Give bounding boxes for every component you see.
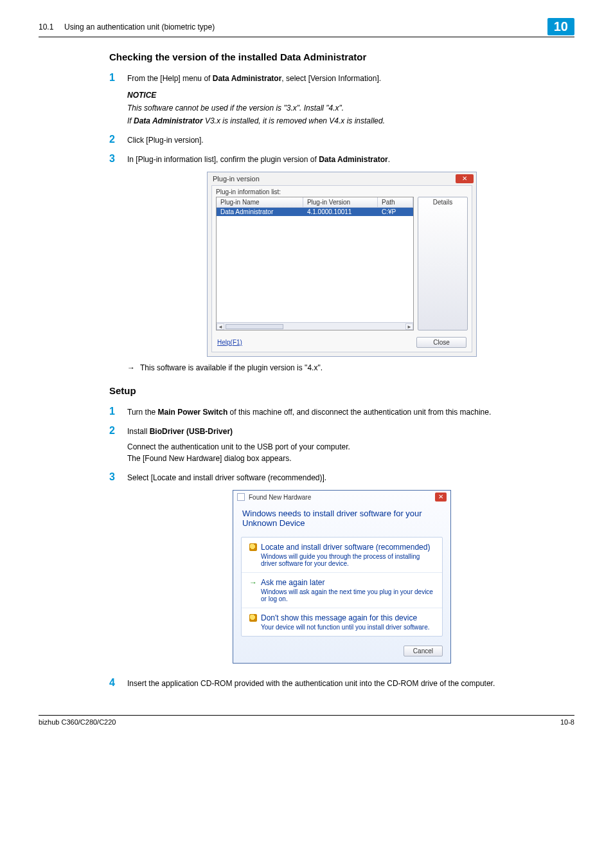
step-number: 3 [109, 152, 127, 165]
scroll-right-icon[interactable]: ► [405, 323, 413, 330]
setup-step-4: 4 Insert the application CD-ROM provided… [109, 676, 574, 689]
dialog-titlebar: Found New Hardware ✕ [233, 491, 450, 503]
close-icon[interactable]: ✕ [456, 174, 474, 183]
check-step-1: 1 From the [Help] menu of Data Administr… [109, 71, 574, 127]
help-link[interactable]: Help(F1) [217, 339, 242, 346]
step-number: 2 [109, 133, 127, 145]
notice-line-1: This software cannot be used if the vers… [127, 102, 385, 114]
plugin-list-pane: Plug-in information list: Plug-in Name P… [211, 185, 472, 352]
close-icon[interactable]: ✕ [435, 493, 447, 502]
step-number: 2 [109, 424, 127, 437]
option-ask-later[interactable]: →Ask me again later Windows will ask aga… [242, 573, 442, 608]
plugin-version-note: → This software is available if the plug… [127, 363, 574, 372]
check-heading: Checking the version of the installed Da… [109, 51, 574, 62]
plugin-version-dialog: Plug-in version ✕ Plug-in information li… [207, 172, 477, 357]
product-name: bizhub C360/C280/C220 [39, 718, 116, 726]
dialog-title: Found New Hardware [249, 494, 311, 501]
page-content: Checking the version of the installed Da… [109, 51, 574, 689]
shield-icon [249, 614, 257, 622]
option-list: Locate and install driver software (reco… [241, 537, 443, 637]
cell-version: 4.1.0000.10011 [303, 208, 377, 217]
cancel-button[interactable]: Cancel [404, 646, 443, 656]
found-new-hardware-figure: Found New Hardware ✕ Windows needs to in… [109, 490, 574, 664]
table-row[interactable]: Data Administrator 4.1.0000.10011 C:¥P [217, 208, 413, 217]
setup-heading: Setup [109, 385, 574, 396]
check-step-3: 3 In [Plug-in information list], confirm… [109, 152, 574, 165]
cell-path: C:¥P [377, 208, 413, 217]
details-button[interactable]: Details [418, 197, 468, 330]
col-path[interactable]: Path [377, 197, 413, 208]
scroll-left-icon[interactable]: ◄ [217, 323, 224, 330]
dialog-titlebar: Plug-in version ✕ [208, 172, 476, 185]
found-new-hardware-dialog: Found New Hardware ✕ Windows needs to in… [233, 490, 451, 664]
note-text: This software is available if the plugin… [140, 363, 323, 372]
step-number: 1 [109, 405, 127, 417]
step-number: 3 [109, 471, 127, 483]
dialog-heading: Windows needs to install driver software… [233, 503, 450, 530]
shield-icon [249, 543, 257, 551]
plugin-list-label: Plug-in information list: [216, 188, 468, 195]
cell-name: Data Administrator [217, 208, 303, 217]
arrow-right-icon: → [127, 363, 135, 372]
arrow-right-icon: → [249, 578, 257, 587]
notice-label: NOTICE [127, 89, 385, 101]
scroll-thumb[interactable] [226, 324, 283, 329]
chapter-badge: 10 [547, 18, 574, 35]
step-text: Insert the application CD-ROM provided w… [127, 676, 495, 689]
dialog-title: Plug-in version [213, 175, 260, 183]
step-text: From the [Help] menu of Data Administrat… [127, 74, 381, 83]
section-number: 10.1 [39, 23, 53, 32]
col-name[interactable]: Plug-in Name [217, 197, 303, 208]
step-number: 1 [109, 71, 127, 84]
horizontal-scrollbar[interactable]: ◄ ► [217, 322, 413, 330]
step-text: Select [Locate and install driver softwa… [127, 471, 326, 484]
setup-step-3: 3 Select [Locate and install driver soft… [109, 471, 574, 484]
plugin-grid: Plug-in Name Plug-in Version Path Data A… [216, 197, 414, 330]
step-text: Click [Plug-in version]. [127, 133, 204, 146]
plugin-version-dialog-figure: Plug-in version ✕ Plug-in information li… [109, 172, 574, 357]
setup-step-1: 1 Turn the Main Power Switch of this mac… [109, 405, 574, 418]
step-text: In [Plug-in information list], confirm t… [127, 152, 390, 165]
check-step-2: 2 Click [Plug-in version]. [109, 133, 574, 146]
notice-line-2: If Data Administrator V3.x is installed,… [127, 115, 385, 127]
option-locate-install[interactable]: Locate and install driver software (reco… [242, 538, 442, 573]
section-ref: 10.1 Using an authentication unit (biome… [39, 23, 215, 32]
section-title: Using an authentication unit (biometric … [64, 23, 215, 32]
option-dont-show[interactable]: Don't show this message again for this d… [242, 608, 442, 636]
col-version[interactable]: Plug-in Version [303, 197, 377, 208]
hardware-icon [237, 493, 245, 501]
page-footer: bizhub C360/C280/C220 10-8 [39, 715, 574, 726]
close-button[interactable]: Close [416, 337, 466, 348]
step-number: 4 [109, 676, 127, 689]
page-number: 10-8 [560, 718, 574, 726]
setup-step-2: 2 Install BioDriver (USB-Driver) Connect… [109, 424, 574, 464]
step-text: Turn the Main Power Switch of this machi… [127, 405, 491, 418]
step-text: Install BioDriver (USB-Driver) Connect t… [127, 424, 350, 464]
top-header: 10.1 Using an authentication unit (biome… [39, 18, 574, 37]
